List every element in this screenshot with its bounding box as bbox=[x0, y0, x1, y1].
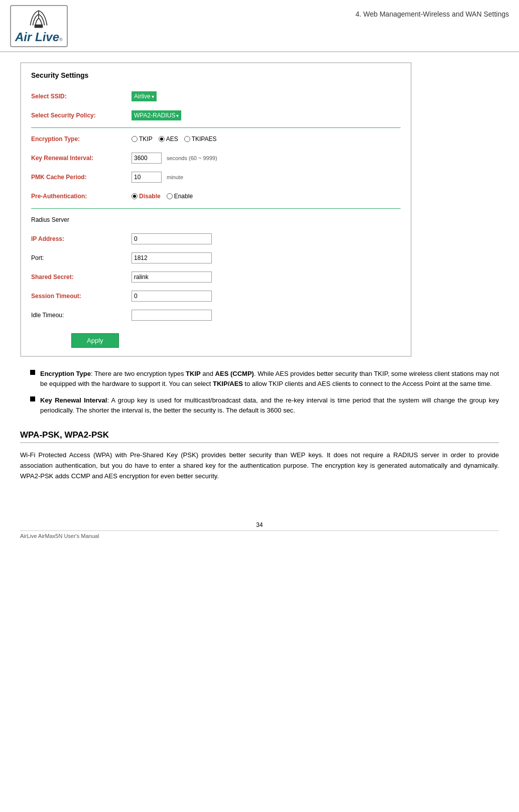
page-number: 34 bbox=[0, 521, 519, 528]
radius-server-label: Radius Server bbox=[31, 216, 132, 223]
ip-address-row: IP Address: bbox=[31, 232, 401, 246]
radio-tkipaes[interactable]: TKIPAES bbox=[184, 136, 217, 143]
bullet-tkipaes: TKIP/AES bbox=[213, 380, 243, 387]
shared-secret-control bbox=[132, 272, 212, 283]
select-security-label: Select Security Policy: bbox=[31, 112, 132, 119]
radio-enable-circle bbox=[167, 193, 173, 199]
bullet-label-key-renewal: Key Renewal Interval bbox=[40, 396, 107, 404]
radio-disable[interactable]: Disable bbox=[132, 193, 161, 200]
radio-enable-label: Enable bbox=[174, 193, 193, 200]
bullet-colon-2: : A group key is used for multicast/broa… bbox=[40, 396, 499, 414]
idle-timeout-row: Idle Timeou: bbox=[31, 308, 401, 322]
shared-secret-label: Shared Secret: bbox=[31, 274, 132, 281]
radius-server-row: Radius Server bbox=[31, 213, 401, 227]
pre-auth-row: Pre-Authentication: Disable Enable bbox=[31, 189, 401, 203]
idle-timeout-label: Idle Timeou: bbox=[31, 312, 132, 319]
antenna-icon bbox=[26, 8, 51, 30]
security-settings-box: Security Settings Select SSID: Airlive ▾… bbox=[20, 62, 412, 357]
session-timeout-label: Session Timeout: bbox=[31, 293, 132, 300]
radio-aes-circle bbox=[159, 136, 165, 142]
radio-enable[interactable]: Enable bbox=[167, 193, 193, 200]
pre-auth-label: Pre-Authentication: bbox=[31, 193, 132, 200]
radio-tkipaes-circle bbox=[184, 136, 190, 142]
select-ssid-row: Select SSID: Airlive ▾ bbox=[31, 89, 401, 103]
bullet-colon-1: : There are two encryption types bbox=[91, 370, 186, 377]
bullet-aes: AES (CCMP) bbox=[215, 370, 254, 377]
bullet-square-2 bbox=[30, 396, 35, 401]
wpa-text: Wi-Fi Protected Access (WPA) with Pre-Sh… bbox=[20, 450, 499, 491]
ip-address-label: IP Address: bbox=[31, 235, 132, 242]
security-select[interactable]: WPA2-RADIUS ▾ bbox=[132, 110, 181, 120]
key-renewal-input[interactable] bbox=[132, 153, 162, 164]
radio-disable-circle bbox=[132, 193, 138, 199]
logo-area: Air Live ® bbox=[10, 5, 68, 47]
logo-text: Air Live bbox=[15, 30, 59, 44]
port-control bbox=[132, 252, 212, 263]
shared-secret-row: Shared Secret: bbox=[31, 270, 401, 284]
main-content: Security Settings Select SSID: Airlive ▾… bbox=[0, 52, 519, 501]
bullet-item-key-renewal: Key Renewal Interval: A group key is use… bbox=[20, 395, 499, 415]
footer-label: AirLive AirMax5N User's Manual bbox=[20, 533, 99, 539]
apply-button-area: Apply bbox=[31, 329, 401, 348]
idle-timeout-input[interactable] bbox=[132, 310, 212, 321]
select-security-row: Select Security Policy: WPA2-RADIUS ▾ bbox=[31, 108, 401, 122]
bullet-text-key-renewal: Key Renewal Interval: A group key is use… bbox=[40, 395, 499, 415]
radio-aes-label: AES bbox=[166, 136, 178, 143]
radio-tkipaes-label: TKIPAES bbox=[192, 136, 217, 143]
settings-title: Security Settings bbox=[31, 71, 401, 81]
svg-rect-0 bbox=[35, 25, 43, 28]
bullet-text-encryption: Encryption Type: There are two encryptio… bbox=[40, 369, 499, 388]
pmk-cache-row: PMK Cache Period: minute bbox=[31, 170, 401, 184]
pmk-cache-label: PMK Cache Period: bbox=[31, 174, 132, 181]
encryption-type-row: Encryption Type: TKIP AES TKIPAES bbox=[31, 132, 401, 146]
radio-aes[interactable]: AES bbox=[159, 136, 178, 143]
page-title: 4. Web Management-Wireless and WAN Setti… bbox=[355, 10, 509, 18]
page-header: Air Live ® 4. Web Management-Wireless an… bbox=[0, 0, 519, 52]
page-number-area: 34 bbox=[0, 521, 519, 528]
logo-box: Air Live ® bbox=[10, 5, 68, 47]
security-dropdown-arrow: ▾ bbox=[176, 113, 179, 118]
radio-tkip-circle bbox=[132, 136, 138, 142]
encryption-type-control: TKIP AES TKIPAES bbox=[132, 136, 216, 143]
bullet-square-1 bbox=[30, 370, 35, 375]
key-renewal-row: Key Renewal Interval: seconds (60 ~ 9999… bbox=[31, 151, 401, 165]
key-renewal-hint: seconds (60 ~ 9999) bbox=[167, 155, 217, 161]
port-input[interactable] bbox=[132, 252, 212, 263]
select-ssid-control: Airlive ▾ bbox=[132, 91, 157, 101]
radio-disable-label: Disable bbox=[139, 193, 161, 200]
radio-tkip-label: TKIP bbox=[139, 136, 153, 143]
session-timeout-input[interactable] bbox=[132, 291, 212, 302]
pmk-cache-unit: minute bbox=[167, 174, 183, 180]
section-divider-1 bbox=[31, 127, 401, 128]
bullet-label-encryption: Encryption Type bbox=[40, 370, 91, 377]
session-timeout-control bbox=[132, 291, 212, 302]
port-row: Port: bbox=[31, 251, 401, 265]
select-security-control: WPA2-RADIUS ▾ bbox=[132, 110, 181, 120]
bullet-item-encryption: Encryption Type: There are two encryptio… bbox=[20, 369, 499, 388]
wpa-heading: WPA-PSK, WPA2-PSK bbox=[20, 430, 499, 443]
select-ssid-label: Select SSID: bbox=[31, 93, 132, 100]
radio-tkip[interactable]: TKIP bbox=[132, 136, 153, 143]
footer-text: AirLive AirMax5N User's Manual bbox=[0, 530, 519, 539]
key-renewal-control: seconds (60 ~ 9999) bbox=[132, 153, 217, 164]
ssid-dropdown-arrow: ▾ bbox=[152, 94, 154, 99]
logo-registered: ® bbox=[59, 37, 63, 42]
pmk-cache-input[interactable] bbox=[132, 172, 162, 183]
ip-address-control bbox=[132, 233, 212, 244]
apply-button[interactable]: Apply bbox=[71, 333, 119, 348]
session-timeout-row: Session Timeout: bbox=[31, 289, 401, 303]
section-divider-2 bbox=[31, 208, 401, 209]
bullet-end-1: to allow TKIP clients and AES clients to… bbox=[243, 380, 492, 387]
ssid-select[interactable]: Airlive ▾ bbox=[132, 91, 157, 101]
idle-timeout-control bbox=[132, 310, 212, 321]
bullet-section: Encryption Type: There are two encryptio… bbox=[20, 369, 499, 415]
key-renewal-label: Key Renewal Interval: bbox=[31, 155, 132, 162]
bullet-and-1: and bbox=[201, 370, 215, 377]
pre-auth-control: Disable Enable bbox=[132, 193, 193, 200]
port-label: Port: bbox=[31, 254, 132, 261]
pmk-cache-control: minute bbox=[132, 172, 183, 183]
encryption-type-label: Encryption Type: bbox=[31, 136, 132, 143]
bullet-tkip: TKIP bbox=[186, 370, 201, 377]
shared-secret-input[interactable] bbox=[132, 272, 212, 283]
ip-address-input[interactable] bbox=[132, 233, 212, 244]
